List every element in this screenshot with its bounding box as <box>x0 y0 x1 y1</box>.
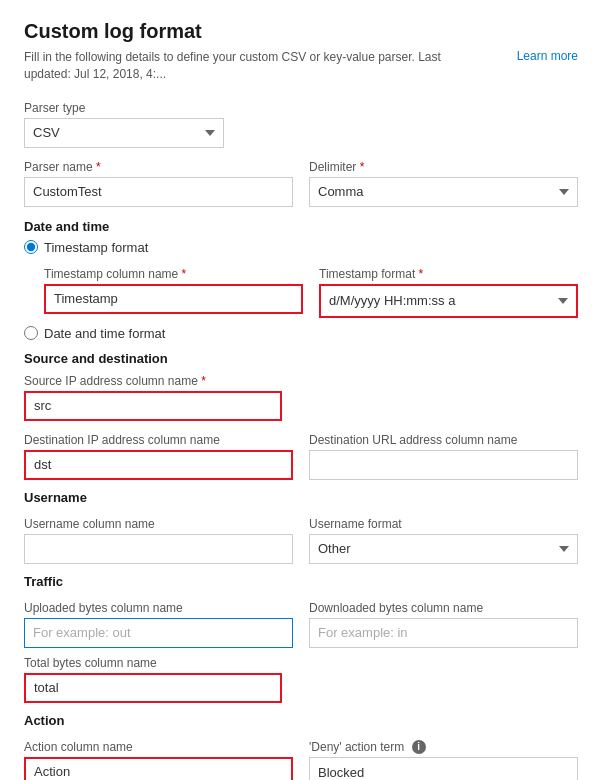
total-label: Total bytes column name <box>24 656 578 670</box>
parser-type-label: Parser type <box>24 101 578 115</box>
subtitle-row: Fill in the following details to define … <box>24 49 578 83</box>
date-time-section: Date and time <box>24 219 578 234</box>
parser-name-label: Parser name <box>24 160 293 174</box>
ts-column-label: Timestamp column name <box>44 267 303 281</box>
deny-label: 'Deny' action term i <box>309 740 578 755</box>
ts-format-label: Timestamp format <box>319 267 578 281</box>
dst-ip-label: Destination IP address column name <box>24 433 293 447</box>
dst-url-input[interactable] <box>309 450 578 480</box>
parser-name-input[interactable]: CustomTest <box>24 177 293 207</box>
username-col-input[interactable] <box>24 534 293 564</box>
uploaded-input[interactable] <box>24 618 293 648</box>
delimiter-label: Delimiter <box>309 160 578 174</box>
uploaded-label: Uploaded bytes column name <box>24 601 293 615</box>
ts-column-input[interactable]: Timestamp <box>44 284 303 314</box>
username-format-label: Username format <box>309 517 578 531</box>
action-section: Action <box>24 713 578 728</box>
username-format-select[interactable]: Other email domain\username username@dom… <box>309 534 578 564</box>
deny-input[interactable] <box>309 757 578 780</box>
delimiter-select[interactable]: Comma Tab Semicolon <box>309 177 578 207</box>
traffic-section: Traffic <box>24 574 578 589</box>
timestamp-format-radio[interactable] <box>24 240 38 254</box>
src-ip-label: Source IP address column name <box>24 374 578 388</box>
page-title: Custom log format <box>24 20 578 43</box>
downloaded-label: Downloaded bytes column name <box>309 601 578 615</box>
action-col-label: Action column name <box>24 740 293 754</box>
username-col-label: Username column name <box>24 517 293 531</box>
dst-url-label: Destination URL address column name <box>309 433 578 447</box>
subtitle-text: Fill in the following details to define … <box>24 49 464 83</box>
src-ip-input[interactable]: src <box>24 391 282 421</box>
source-dest-section: Source and destination <box>24 351 578 366</box>
parser-type-select[interactable]: CSV Key-value <box>24 118 224 148</box>
timestamp-format-radio-row: Timestamp format <box>24 240 578 255</box>
deny-info-icon: i <box>412 740 426 754</box>
downloaded-input[interactable] <box>309 618 578 648</box>
learn-more-link[interactable]: Learn more <box>517 49 578 63</box>
date-time-format-radio-label[interactable]: Date and time format <box>44 326 165 341</box>
dst-ip-input[interactable] <box>24 450 293 480</box>
action-col-input[interactable] <box>24 757 293 780</box>
ts-format-select[interactable]: d/M/yyyy HH:mm:ss a MM/dd/yyyy HH:mm:ss … <box>321 286 576 316</box>
username-section: Username <box>24 490 578 505</box>
timestamp-format-radio-label[interactable]: Timestamp format <box>44 240 148 255</box>
total-input[interactable] <box>24 673 282 703</box>
date-time-format-radio[interactable] <box>24 326 38 340</box>
